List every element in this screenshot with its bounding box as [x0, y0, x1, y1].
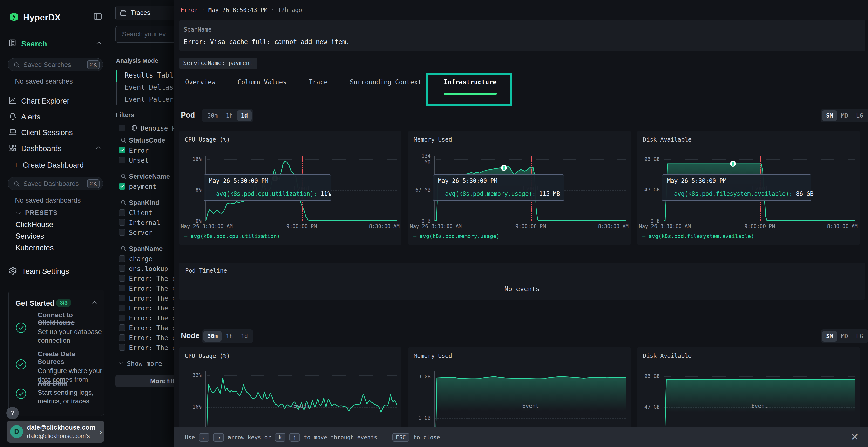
preset-item-clickhouse[interactable]: ClickHouse [16, 220, 53, 229]
filter-option[interactable]: Error: The cr [111, 274, 174, 283]
checkbox[interactable] [119, 147, 125, 153]
search-icon [13, 180, 20, 187]
chart-title: Memory Used [414, 353, 452, 359]
checkbox[interactable] [119, 219, 125, 226]
filter-option[interactable]: Server [111, 228, 174, 238]
sidebar-collapse-icon[interactable] [94, 13, 102, 20]
sidebar-item-client-sessions[interactable]: Client Sessions [0, 126, 111, 139]
sidebar-item-chart-explorer[interactable]: Chart Explorer [0, 94, 111, 107]
filter-group-spankind: SpanKindClientInternalServer [111, 198, 174, 238]
analysis-mode-option-results-table[interactable]: Results Table [125, 69, 174, 81]
hover-point-marker [501, 165, 507, 171]
checkbox[interactable] [119, 255, 125, 262]
checkbox[interactable] [119, 314, 125, 321]
chart-legend[interactable]: — avg(k8s.pod.cpu.utilization) [184, 233, 280, 239]
node-sizes-option-sm[interactable]: SM [822, 331, 837, 342]
filter-option[interactable]: Unset [111, 156, 174, 165]
pod-sizes-option-sm[interactable]: SM [822, 110, 837, 121]
filter-option[interactable]: Internal [111, 218, 174, 228]
event-search-input[interactable]: Search your ev [116, 26, 174, 43]
filter-option[interactable]: Error: The cr [111, 333, 174, 343]
chevron-up-icon[interactable] [92, 301, 97, 304]
pod-size-toggle: SMMDLG [821, 109, 868, 122]
preset-item-kubernetes[interactable]: Kubernetes [16, 243, 54, 252]
j-key[interactable]: j [289, 433, 300, 442]
filter-option[interactable]: dns.lookup [111, 264, 174, 274]
node-sizes-option-lg[interactable]: LG [852, 331, 867, 342]
arrow-left-key[interactable]: ← [199, 433, 210, 442]
x-axis-tick: May 26 8:30:00 AM [639, 224, 691, 229]
denoise-results-row[interactable]: Denoise Re [111, 123, 174, 133]
tab-trace[interactable]: Trace [309, 75, 328, 95]
chevron-up-icon[interactable] [96, 41, 102, 45]
preset-item-services[interactable]: Services [16, 232, 44, 241]
x-axis-tick: May 26 8:30:00 AM [181, 224, 233, 229]
sidebar-item-alerts[interactable]: Alerts [0, 110, 111, 123]
tab-infrastructure[interactable]: Infrastructure [444, 75, 496, 95]
pod-ranges-option-1d[interactable]: 1d [237, 110, 252, 121]
presets-toggle[interactable]: PRESETS [16, 209, 58, 216]
node-ranges-option-30m[interactable]: 30m [204, 331, 222, 342]
pod-sizes-option-lg[interactable]: LG [852, 110, 867, 121]
sidebar-item-dashboards[interactable]: Dashboards [0, 141, 111, 155]
plus-icon: + [14, 161, 18, 169]
filter-option[interactable]: Client [111, 208, 174, 218]
close-icon[interactable]: ✕ [848, 431, 861, 443]
user-menu[interactable]: D dale@clickhouse.com dale@clickhouse.co… [7, 420, 104, 443]
filter-option[interactable]: Error: The cr [111, 283, 174, 294]
esc-key[interactable]: ESC [392, 433, 410, 442]
pod-ranges-option-30m[interactable]: 30m [204, 110, 222, 121]
filter-option[interactable]: Error [111, 145, 174, 156]
service-name-tag[interactable]: ServiceName: payment [179, 58, 257, 69]
checkbox[interactable] [119, 324, 125, 331]
node-ranges-option-1h[interactable]: 1h [222, 331, 237, 342]
create-dashboard-button[interactable]: +Create Dashboard [14, 161, 84, 170]
checkbox[interactable] [119, 295, 125, 301]
event-marker-label: Event [293, 403, 310, 409]
source-select[interactable]: Traces [116, 5, 174, 21]
tab-column-values[interactable]: Column Values [238, 75, 287, 95]
chart-legend[interactable]: — avg(k8s.pod.memory.usage) [413, 233, 500, 239]
sidebar-item-search[interactable]: Search [21, 39, 47, 48]
arrow-right-key[interactable]: → [213, 433, 224, 442]
checkbox[interactable] [119, 209, 125, 216]
filter-option[interactable]: payment [111, 182, 174, 192]
checkbox[interactable] [119, 183, 125, 190]
more-filters-button[interactable]: More filters [116, 375, 174, 387]
checkbox[interactable] [119, 305, 125, 311]
filter-group-spanname: SpanNamechargedns.lookupError: The crErr… [111, 244, 174, 353]
filter-option[interactable]: Error: The cr [111, 323, 174, 333]
show-more-button[interactable]: Show more [111, 359, 174, 370]
chart-legend[interactable]: — avg(k8s.pod.filesystem.available) [642, 233, 754, 239]
node-ranges-option-1d[interactable]: 1d [237, 331, 252, 342]
checkbox[interactable] [119, 157, 125, 163]
pod-ranges-option-1h[interactable]: 1h [222, 110, 237, 121]
user-email: dale@clickhouse.com [27, 424, 95, 431]
k-key[interactable]: k [275, 433, 285, 442]
checkbox[interactable] [119, 275, 125, 281]
checkbox[interactable] [119, 334, 125, 341]
checkbox[interactable] [119, 265, 125, 272]
tab-overview[interactable]: Overview [185, 75, 215, 95]
help-button[interactable]: ? [6, 407, 19, 419]
filter-option[interactable]: Error: The cr [111, 313, 174, 323]
filter-option[interactable]: Error: The cr [111, 343, 174, 353]
pod-sizes-option-md[interactable]: MD [837, 110, 852, 121]
event-marker-label: Event [522, 403, 539, 409]
checkbox[interactable] [119, 285, 125, 291]
analysis-mode-option-event-patterns[interactable]: Event Patterns [125, 94, 174, 105]
tab-surrounding-context[interactable]: Surrounding Context [350, 75, 422, 95]
analysis-mode-option-event-deltas[interactable]: Event Deltas [125, 81, 173, 94]
saved-dashboards-input[interactable]: Saved Dashboards ⌘K [8, 177, 103, 190]
x-axis-tick: 8:30:00 AM [369, 224, 400, 229]
chart-title: Disk Available [643, 136, 691, 143]
checkbox[interactable] [119, 229, 125, 236]
checkbox[interactable] [119, 344, 125, 351]
denoise-checkbox[interactable] [119, 125, 125, 131]
sidebar-item-team-settings[interactable]: Team Settings [0, 266, 111, 278]
filter-option[interactable]: Error: The cr [111, 294, 174, 303]
node-sizes-option-md[interactable]: MD [837, 331, 852, 342]
filter-option[interactable]: charge [111, 254, 174, 264]
saved-searches-input[interactable]: Saved Searches ⌘K [8, 58, 103, 71]
filter-option[interactable]: Error: The cr [111, 303, 174, 313]
